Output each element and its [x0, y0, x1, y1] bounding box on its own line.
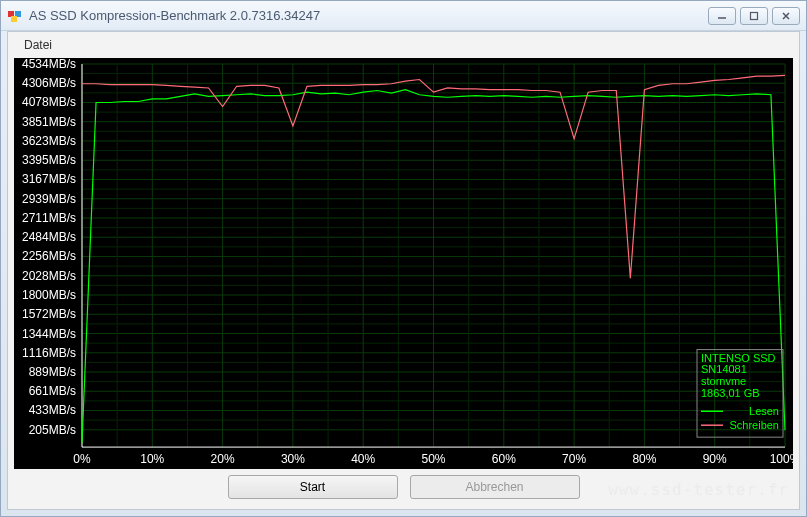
close-button[interactable] — [772, 7, 800, 25]
svg-text:stornvme: stornvme — [701, 375, 746, 387]
app-window: AS SSD Kompression-Benchmark 2.0.7316.34… — [0, 0, 807, 517]
svg-text:1116MB/s: 1116MB/s — [22, 346, 76, 360]
svg-text:2028MB/s: 2028MB/s — [22, 269, 76, 283]
svg-text:60%: 60% — [492, 452, 516, 466]
svg-text:Lesen: Lesen — [749, 405, 779, 417]
svg-text:4306MB/s: 4306MB/s — [22, 76, 76, 90]
footer-buttons: Start Abbrechen — [8, 475, 799, 503]
svg-text:1344MB/s: 1344MB/s — [22, 327, 76, 341]
svg-text:SN14081: SN14081 — [701, 363, 747, 375]
svg-text:2711MB/s: 2711MB/s — [22, 211, 76, 225]
window-controls — [708, 7, 800, 25]
window-title: AS SSD Kompression-Benchmark 2.0.7316.34… — [29, 8, 708, 23]
svg-text:3851MB/s: 3851MB/s — [22, 115, 76, 129]
svg-text:70%: 70% — [562, 452, 586, 466]
svg-text:40%: 40% — [351, 452, 375, 466]
svg-text:0%: 0% — [73, 452, 91, 466]
svg-text:INTENSO SSD: INTENSO SSD — [701, 352, 776, 364]
svg-text:1863,01 GB: 1863,01 GB — [701, 387, 760, 399]
cancel-button[interactable]: Abbrechen — [410, 475, 580, 499]
svg-text:2256MB/s: 2256MB/s — [22, 249, 76, 263]
svg-text:90%: 90% — [703, 452, 727, 466]
svg-text:30%: 30% — [281, 452, 305, 466]
maximize-button[interactable] — [740, 7, 768, 25]
content-panel: Datei 205MB/s433MB/s661MB/s889MB/s1116MB… — [7, 31, 800, 510]
svg-text:Schreiben: Schreiben — [729, 419, 779, 431]
svg-text:3395MB/s: 3395MB/s — [22, 153, 76, 167]
svg-text:20%: 20% — [211, 452, 235, 466]
svg-text:4078MB/s: 4078MB/s — [22, 96, 76, 110]
minimize-button[interactable] — [708, 7, 736, 25]
titlebar: AS SSD Kompression-Benchmark 2.0.7316.34… — [1, 1, 806, 31]
svg-text:1572MB/s: 1572MB/s — [22, 307, 76, 321]
svg-rect-2 — [11, 16, 17, 22]
svg-text:100%: 100% — [770, 452, 793, 466]
app-icon — [7, 8, 23, 24]
svg-rect-4 — [751, 12, 758, 19]
svg-text:433MB/s: 433MB/s — [29, 404, 76, 418]
menubar: Datei — [8, 32, 799, 58]
svg-text:661MB/s: 661MB/s — [29, 384, 76, 398]
svg-text:80%: 80% — [632, 452, 656, 466]
chart: 205MB/s433MB/s661MB/s889MB/s1116MB/s1344… — [14, 58, 793, 469]
svg-text:205MB/s: 205MB/s — [29, 423, 76, 437]
svg-text:3167MB/s: 3167MB/s — [22, 172, 76, 186]
svg-text:4534MB/s: 4534MB/s — [22, 58, 76, 71]
svg-text:1800MB/s: 1800MB/s — [22, 288, 76, 302]
svg-text:50%: 50% — [421, 452, 445, 466]
svg-text:10%: 10% — [140, 452, 164, 466]
start-button[interactable]: Start — [228, 475, 398, 499]
svg-text:3623MB/s: 3623MB/s — [22, 134, 76, 148]
chart-svg: 205MB/s433MB/s661MB/s889MB/s1116MB/s1344… — [14, 58, 793, 469]
menu-file[interactable]: Datei — [18, 36, 58, 54]
svg-text:889MB/s: 889MB/s — [29, 365, 76, 379]
svg-text:2484MB/s: 2484MB/s — [22, 230, 76, 244]
svg-text:2939MB/s: 2939MB/s — [22, 192, 76, 206]
